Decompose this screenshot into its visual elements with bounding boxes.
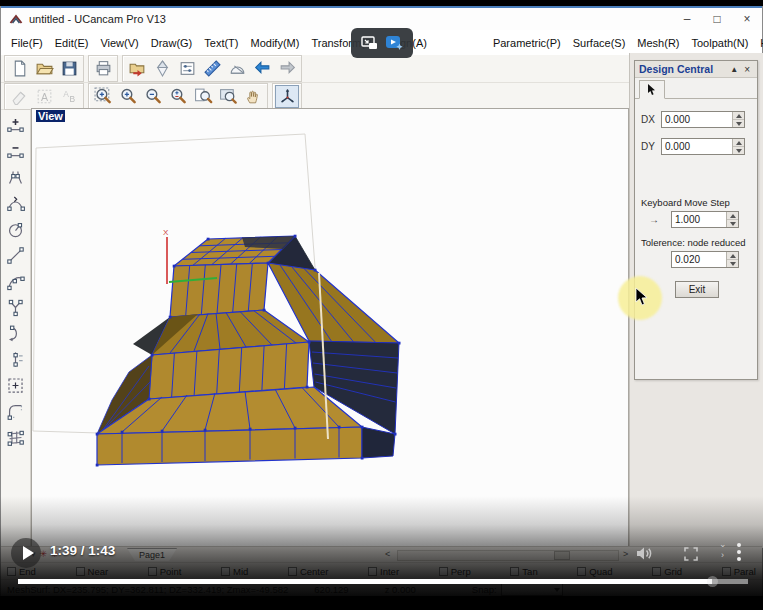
pan-hand-button[interactable] <box>241 85 265 108</box>
checkbox-paral[interactable] <box>722 567 731 576</box>
video-scrubber[interactable] <box>707 576 718 587</box>
snap-option-paral[interactable]: Paral <box>722 566 756 577</box>
spline-fork-button[interactable] <box>4 295 28 319</box>
menu-item-surface[interactable]: Surface(S) <box>567 35 632 51</box>
more-options-icon[interactable] <box>736 543 742 564</box>
new-file-button[interactable] <box>7 57 31 80</box>
break-curve-button[interactable] <box>4 165 28 189</box>
delete-node-button[interactable] <box>4 139 28 163</box>
zoom-out-button[interactable] <box>141 85 165 108</box>
snap-pin-button[interactable] <box>150 57 174 80</box>
print-button[interactable] <box>91 57 115 80</box>
line-tool-button[interactable] <box>4 243 28 267</box>
menu-item-toolpath[interactable]: Toolpath(N) <box>686 35 755 51</box>
measure-ruler-button[interactable] <box>200 57 224 80</box>
circle-tool-button[interactable] <box>4 217 28 241</box>
node-spacing-button[interactable] <box>4 347 28 371</box>
autoplay-enhance-icon[interactable] <box>385 35 404 52</box>
menu-item-modify[interactable]: Modify(M) <box>245 35 306 51</box>
undo-button[interactable] <box>250 57 274 80</box>
exit-button[interactable]: Exit <box>675 281 719 298</box>
add-node-button[interactable] <box>4 113 28 137</box>
fillet-corner-button[interactable] <box>4 399 28 423</box>
tab-scroll-right-icon[interactable]: > <box>623 549 628 559</box>
checkbox-quad[interactable] <box>577 567 586 576</box>
mesh-edit-button[interactable] <box>4 425 28 449</box>
volume-icon[interactable] <box>636 546 653 561</box>
scrollbar-thumb[interactable] <box>554 551 570 560</box>
menu-item-edit[interactable]: Edit(E) <box>49 35 95 51</box>
snap-option-mid[interactable]: Mid <box>221 566 248 577</box>
checkbox-inter[interactable] <box>368 567 377 576</box>
join-curves-button[interactable] <box>4 191 28 215</box>
tab-scroll-left-icon[interactable]: < <box>385 549 390 559</box>
reverse-curve-button[interactable] <box>4 321 28 345</box>
snap-option-center[interactable]: Center <box>288 566 329 577</box>
dx-spinner[interactable] <box>732 112 744 127</box>
move-step-spinner[interactable] <box>726 212 738 227</box>
snap-option-tan[interactable]: Tan <box>510 566 537 577</box>
zoom-in-button[interactable] <box>116 85 140 108</box>
snap-dropdown[interactable] <box>501 583 563 596</box>
snap-option-point[interactable]: Point <box>148 566 182 577</box>
drawing-canvas[interactable]: View <box>31 108 629 548</box>
move-step-input[interactable]: 1.000 <box>671 211 739 228</box>
save-file-button[interactable] <box>57 57 81 80</box>
export-folder-button[interactable] <box>125 57 149 80</box>
horizontal-scrollbar[interactable] <box>397 550 619 561</box>
checkbox-end[interactable] <box>7 567 16 576</box>
chevron-right-icon[interactable]: › <box>721 550 724 560</box>
checkbox-near[interactable] <box>76 567 85 576</box>
fullscreen-icon[interactable] <box>684 547 698 561</box>
zoom-dynamic-button[interactable] <box>166 85 190 108</box>
menu-item-help[interactable]: Help(H) <box>754 35 763 51</box>
dx-input[interactable]: 0.000 <box>661 111 745 128</box>
tolerance-spinner[interactable] <box>726 252 738 267</box>
zoom-page-button[interactable] <box>191 85 215 108</box>
select-region-button[interactable] <box>4 373 28 397</box>
dy-spinner[interactable] <box>732 139 744 154</box>
snap-option-inter[interactable]: Inter <box>368 566 399 577</box>
menu-item-view[interactable]: View(V) <box>94 35 144 51</box>
menu-item-parametric[interactable]: Parametric(P) <box>487 35 567 51</box>
tab-page1[interactable]: Page1 <box>127 548 177 561</box>
minimize-button[interactable]: – <box>672 12 702 26</box>
chevron-up-icon[interactable]: ⌄ <box>719 539 727 549</box>
snap-option-grid[interactable]: Grid <box>652 566 682 577</box>
menu-item-draw[interactable]: Draw(G) <box>145 35 199 51</box>
arc-tool-button[interactable] <box>4 269 28 293</box>
design-central-titlebar[interactable]: Design Central ▲ × <box>635 61 757 78</box>
play-button[interactable] <box>11 538 41 568</box>
snap-option-near[interactable]: Near <box>76 566 109 577</box>
tolerance-input[interactable]: 0.020 <box>671 251 739 268</box>
panel-collapse-icon[interactable]: ▲ <box>727 65 741 74</box>
open-file-button[interactable] <box>32 57 56 80</box>
dy-input[interactable]: 0.000 <box>661 138 745 155</box>
checkbox-mid[interactable] <box>221 567 230 576</box>
menu-item-text[interactable]: Text(T) <box>198 35 244 51</box>
checkbox-point[interactable] <box>148 567 157 576</box>
menu-item-mesh[interactable]: Mesh(R) <box>631 35 685 51</box>
maximize-button[interactable]: □ <box>702 12 732 26</box>
checkbox-perp[interactable] <box>439 567 448 576</box>
erase-tool-button[interactable] <box>7 85 31 108</box>
video-progress-bar[interactable] <box>18 579 748 584</box>
redo-button[interactable] <box>275 57 299 80</box>
checkbox-grid[interactable] <box>652 567 661 576</box>
protractor-button[interactable] <box>225 57 249 80</box>
text-grid-button[interactable]: A <box>32 85 56 108</box>
menu-item-file[interactable]: File(F) <box>5 35 49 51</box>
checkbox-tan[interactable] <box>510 567 519 576</box>
snap-option-quad[interactable]: Quad <box>577 566 612 577</box>
rotate-copy-button[interactable]: AB <box>57 85 81 108</box>
close-button[interactable]: × <box>732 12 762 26</box>
zoom-window-button[interactable] <box>91 85 115 108</box>
picture-in-picture-icon[interactable] <box>361 36 378 50</box>
snap-option-perp[interactable]: Perp <box>439 566 471 577</box>
option-form-button[interactable] <box>175 57 199 80</box>
axes-view-button[interactable] <box>275 85 299 108</box>
tab-pick-tool[interactable] <box>639 80 665 99</box>
panel-close-icon[interactable]: × <box>741 64 753 75</box>
zoom-all-button[interactable] <box>216 85 240 108</box>
checkbox-center[interactable] <box>288 567 297 576</box>
